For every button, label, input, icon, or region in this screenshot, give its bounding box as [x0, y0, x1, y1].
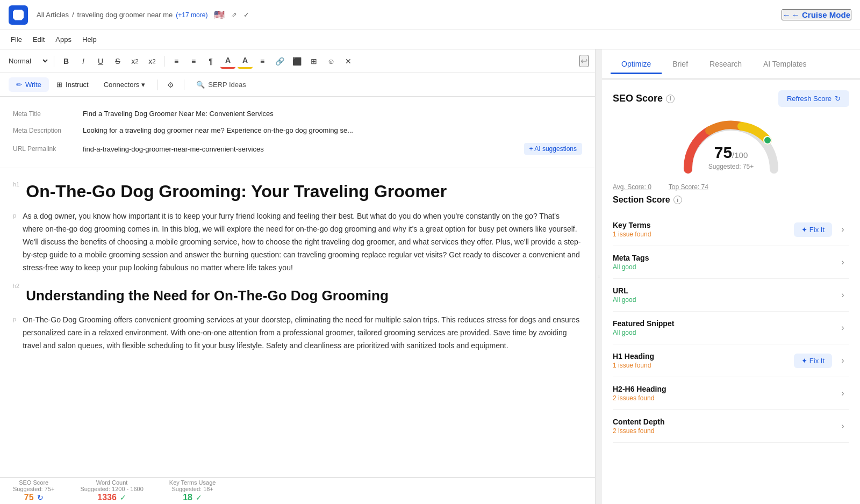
seo-score-info-icon[interactable]: i	[666, 95, 675, 103]
url-expand-button[interactable]: ›	[836, 289, 849, 301]
score-item-meta-tags-name: Meta Tags	[613, 254, 836, 262]
menu-apps[interactable]: Apps	[53, 34, 74, 45]
align-right-button[interactable]: ≡	[255, 54, 270, 69]
score-item-key-terms-name: Key Terms	[613, 221, 794, 229]
menu-help[interactable]: Help	[80, 34, 99, 45]
h1-row: h1 On-The-Go Dog Grooming: Your Travelin…	[13, 181, 582, 201]
toolbar-divider-1	[54, 56, 54, 67]
key-terms-expand-button[interactable]: ›	[836, 223, 849, 236]
article-p1[interactable]: As a dog owner, you know how important i…	[23, 210, 582, 274]
bold-button[interactable]: B	[59, 54, 74, 69]
panel-content: SEO Score i Refresh Score ↻	[602, 80, 860, 504]
seo-score-stat-suggested: Suggested: 75+	[13, 486, 54, 492]
word-count-stat: Word Count Suggested: 1200 - 1600 1336 ✓	[80, 479, 143, 502]
score-item-content-depth-name: Content Depth	[613, 417, 836, 426]
top-bar: All Articles / traveling dog groomer nea…	[0, 0, 860, 30]
refresh-score-button[interactable]: Refresh Score ↻	[778, 90, 849, 107]
flag-icon: 🇺🇸	[214, 10, 225, 20]
seo-score-header: SEO Score i Refresh Score ↻	[613, 90, 849, 107]
score-item-meta-tags-left: Meta Tags All good	[613, 254, 836, 271]
serp-ideas-button[interactable]: 🔍 SERP Ideas	[189, 77, 254, 92]
settings-gear-icon[interactable]: ⚙	[162, 77, 180, 92]
section-score-info-icon[interactable]: i	[673, 196, 682, 204]
sub-divider-2	[184, 80, 184, 90]
underline-button[interactable]: U	[93, 54, 108, 69]
meta-url-value[interactable]: find-a-traveling-dog-groomer-near-me-con…	[83, 145, 524, 153]
h1-heading-expand-button[interactable]: ›	[836, 354, 849, 367]
undo-button[interactable]: ↩	[579, 55, 589, 67]
score-item-featured-snippet-status: All good	[613, 329, 836, 336]
meta-url-row: URL Permalink find-a-traveling-dog-groom…	[13, 139, 582, 159]
article-p2[interactable]: On-The-Go Dog Grooming offers convenient…	[23, 314, 582, 352]
connectors-button[interactable]: Connectors ▾	[96, 77, 153, 92]
score-item-h1-heading-status: 1 issue found	[613, 362, 794, 369]
clear-format-button[interactable]: ✕	[341, 54, 356, 69]
ai-suggestions-button[interactable]: + AI suggestions	[524, 143, 582, 155]
menu-edit[interactable]: Edit	[31, 34, 47, 45]
instruct-button[interactable]: ⊞ Instruct	[49, 77, 96, 92]
logo	[9, 5, 28, 25]
breadcrumb-more[interactable]: (+17 more)	[176, 11, 207, 19]
format-select[interactable]: Normal Heading 1 Heading 2	[6, 56, 49, 66]
table-button[interactable]: ⊞	[306, 54, 321, 69]
h2-tag-label: h2	[13, 283, 19, 289]
featured-snippet-expand-button[interactable]: ›	[836, 321, 849, 334]
article-h2[interactable]: Understanding the Need for On-The-Go Dog…	[26, 287, 389, 305]
h1-heading-fix-it-button[interactable]: ✦ Fix It	[794, 354, 832, 368]
strikethrough-button[interactable]: S	[110, 54, 125, 69]
superscript-button[interactable]: x2	[145, 54, 160, 69]
italic-button[interactable]: I	[76, 54, 91, 69]
menu-file[interactable]: File	[9, 34, 24, 45]
align-center-button[interactable]: ≡	[186, 54, 201, 69]
wand-icon: ✦	[801, 226, 807, 234]
score-item-key-terms: Key Terms 1 issue found ✦ Fix It ›	[613, 213, 849, 246]
meta-desc-value[interactable]: Looking for a traveling dog groomer near…	[83, 126, 582, 134]
key-terms-fix-it-button[interactable]: ✦ Fix It	[794, 222, 832, 237]
score-item-content-depth: Content Depth 2 issues found ›	[613, 410, 849, 443]
paragraph-button[interactable]: ¶	[203, 54, 218, 69]
seo-score-value-row: 75 ↻	[24, 493, 44, 502]
tab-optimize[interactable]: Optimize	[611, 55, 662, 74]
breadcrumb-all-articles[interactable]: All Articles	[37, 11, 69, 19]
seo-score-refresh-icon[interactable]: ↻	[37, 493, 44, 502]
p2-row: p On-The-Go Dog Grooming offers convenie…	[13, 314, 582, 352]
align-left-button[interactable]: ≡	[169, 54, 184, 69]
gauge-container: 75/100 Suggested: 75+	[613, 116, 849, 175]
score-item-key-terms-left: Key Terms 1 issue found	[613, 221, 794, 238]
svg-point-0	[764, 136, 771, 144]
tab-research[interactable]: Research	[699, 55, 752, 74]
content-area[interactable]: h1 On-The-Go Dog Grooming: Your Travelin…	[0, 168, 595, 477]
tab-brief[interactable]: Brief	[662, 55, 699, 74]
meta-tags-expand-button[interactable]: ›	[836, 256, 849, 269]
content-depth-expand-button[interactable]: ›	[836, 420, 849, 433]
seo-score-value: 75	[24, 493, 34, 502]
collapse-handle[interactable]: ···	[596, 49, 602, 504]
subscript-button[interactable]: x2	[127, 54, 142, 69]
refresh-score-icon: ↻	[835, 95, 841, 103]
meta-title-value[interactable]: Find a Traveling Dog Groomer Near Me: Co…	[83, 110, 582, 118]
score-item-h2-h6-heading-header: H2-H6 Heading 2 issues found ›	[613, 385, 849, 402]
h2-h6-heading-expand-button[interactable]: ›	[836, 387, 849, 400]
seo-score-stat-label: SEO Score	[19, 479, 48, 486]
font-color-button[interactable]: A	[220, 54, 235, 69]
key-terms-value: 18	[183, 493, 192, 502]
score-item-h1-heading-right: ✦ Fix It ›	[794, 354, 849, 368]
p1-row: p As a dog owner, you know how important…	[13, 210, 582, 274]
top-score-link[interactable]: Top Score: 74	[669, 183, 708, 191]
link-button[interactable]: 🔗	[272, 54, 287, 69]
cruise-mode-button[interactable]: ← ← Cruise Mode	[782, 9, 851, 20]
score-item-h2-h6-heading-name: H2-H6 Heading	[613, 385, 836, 393]
emoji-button[interactable]: ☺	[324, 54, 339, 69]
highlight-button[interactable]: A	[238, 54, 253, 69]
article-h1[interactable]: On-The-Go Dog Grooming: Your Traveling G…	[26, 181, 447, 201]
share-icon[interactable]: ⇗	[231, 11, 237, 19]
h2-row: h2 Understanding the Need for On-The-Go …	[13, 283, 582, 305]
score-item-content-depth-left: Content Depth 2 issues found	[613, 417, 836, 435]
panel-tabs: Optimize Brief Research AI Templates	[602, 49, 860, 80]
avg-score-link[interactable]: Avg. Score: 0	[613, 183, 651, 191]
write-button[interactable]: ✏ Write	[9, 77, 49, 92]
editor-area: Normal Heading 1 Heading 2 B I U S x2 x2…	[0, 49, 596, 504]
tab-ai-templates[interactable]: AI Templates	[752, 55, 818, 74]
key-terms-stat: Key Terms Usage Suggested: 18+ 18 ✓	[169, 479, 216, 502]
image-button[interactable]: ⬛	[289, 54, 304, 69]
